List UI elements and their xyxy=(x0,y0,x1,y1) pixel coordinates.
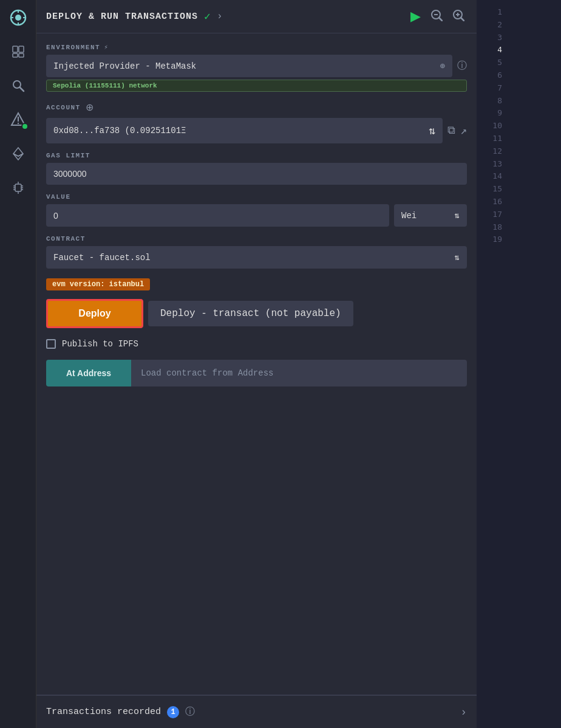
deploy-tooltip: Deploy - transact (not payable) xyxy=(148,301,353,326)
svg-rect-7 xyxy=(19,46,24,52)
svg-rect-9 xyxy=(19,53,24,57)
sidebar-icon-files[interactable] xyxy=(7,40,30,63)
gas-limit-input[interactable] xyxy=(46,163,467,185)
svg-point-1 xyxy=(15,15,21,21)
header-check-icon: ✓ xyxy=(204,10,211,23)
account-field[interactable]: 0xd08...fa738 (0.09251101Ξ ⇅ xyxy=(46,118,443,143)
line-number-11: 11 xyxy=(492,132,502,145)
environment-info-icon[interactable]: ⓘ xyxy=(457,60,467,72)
value-row: Wei ⇅ xyxy=(46,204,467,227)
contract-section: CONTRACT Faucet - faucet.sol ⇅ xyxy=(46,235,467,269)
zoom-in-button[interactable] xyxy=(450,7,467,27)
line-number-10: 10 xyxy=(492,120,502,132)
deploy-badge xyxy=(21,123,29,130)
environment-label: ENVIRONMENT ⚡ xyxy=(46,43,467,51)
account-value: 0xd08...fa738 (0.09251101Ξ xyxy=(53,126,186,136)
load-contract-field[interactable]: Load contract from Address xyxy=(131,360,467,386)
line-number-16: 16 xyxy=(492,196,502,208)
play-button[interactable]: ▶ xyxy=(408,6,423,27)
publish-row: Publish to IPFS xyxy=(46,339,467,349)
copy-account-icon[interactable]: ⧉ xyxy=(447,125,455,137)
line-numbers: 12345678910111213141516171819 xyxy=(477,0,507,728)
unit-value: Wei xyxy=(401,211,416,221)
svg-rect-8 xyxy=(13,53,18,57)
value-input[interactable] xyxy=(46,204,389,227)
zoom-out-button[interactable] xyxy=(428,7,445,27)
environment-value: Injected Provider - MetaMask xyxy=(53,61,196,71)
account-row: 0xd08...fa738 (0.09251101Ξ ⇅ ⧉ ↗ xyxy=(46,118,467,143)
unit-arrow-icon: ⇅ xyxy=(455,210,460,221)
svg-line-11 xyxy=(20,88,24,91)
line-number-14: 14 xyxy=(492,170,502,183)
line-number-15: 15 xyxy=(492,183,502,196)
value-text: VALUE xyxy=(46,193,71,201)
line-number-12: 12 xyxy=(492,145,502,158)
line-number-3: 3 xyxy=(497,32,502,44)
evm-badge-container: evm version: istanbul xyxy=(46,277,467,290)
transactions-row[interactable]: Transactions recorded 1 ⓘ › xyxy=(36,695,477,728)
svg-rect-17 xyxy=(15,184,21,191)
line-number-17: 17 xyxy=(492,208,502,221)
account-label: ACCOUNT ⊕ xyxy=(46,100,467,114)
evm-badge: evm version: istanbul xyxy=(46,278,150,290)
account-arrow-icon: ⇅ xyxy=(429,124,435,137)
tx-count-badge: 1 xyxy=(167,706,179,718)
line-number-5: 5 xyxy=(497,57,502,69)
contract-value: Faucet - faucet.sol xyxy=(53,253,151,263)
external-link-icon[interactable]: ↗ xyxy=(460,124,467,137)
line-number-1: 1 xyxy=(497,6,502,19)
sidebar-icon-search[interactable] xyxy=(7,74,30,97)
svg-line-28 xyxy=(439,18,442,21)
environment-section: ENVIRONMENT ⚡ Injected Provider - MetaMa… xyxy=(46,43,467,92)
publish-label: Publish to IPFS xyxy=(62,339,138,349)
line-number-2: 2 xyxy=(497,19,502,32)
account-section: ACCOUNT ⊕ 0xd08...fa738 (0.09251101Ξ ⇅ ⧉… xyxy=(46,100,467,143)
svg-line-32 xyxy=(461,18,464,21)
svg-marker-16 xyxy=(13,154,23,160)
contract-label: CONTRACT xyxy=(46,235,467,242)
line-number-8: 8 xyxy=(497,95,502,108)
deploy-button[interactable]: Deploy xyxy=(46,299,143,328)
value-label: VALUE xyxy=(46,193,467,201)
tx-arrow-icon: › xyxy=(460,706,467,718)
publish-checkbox[interactable] xyxy=(46,339,56,349)
line-number-9: 9 xyxy=(497,107,502,120)
plug-icon: ⚡ xyxy=(104,43,109,51)
environment-field-row: Injected Provider - MetaMask ⊕ ⓘ xyxy=(46,55,467,77)
scrollbar-area[interactable] xyxy=(507,0,515,728)
header-actions: ▶ xyxy=(408,6,467,27)
header-title: DEPLOY & RUN TRANSACTIONS xyxy=(46,12,198,22)
at-address-row: At Address Load contract from Address xyxy=(46,360,467,386)
environment-text: ENVIRONMENT xyxy=(46,44,100,51)
line-number-4: 4 xyxy=(497,44,502,57)
deploy-row: Deploy Deploy - transact (not payable) xyxy=(46,299,467,328)
environment-arrow-icon: ⊕ xyxy=(440,61,445,71)
gas-limit-label: GAS LIMIT xyxy=(46,152,467,159)
at-address-button[interactable]: At Address xyxy=(46,360,131,386)
sidebar-icon-deploy[interactable] xyxy=(7,108,30,131)
content-area: ENVIRONMENT ⚡ Injected Provider - MetaMa… xyxy=(36,33,477,695)
tx-info-icon[interactable]: ⓘ xyxy=(185,706,195,718)
contract-text: CONTRACT xyxy=(46,235,86,242)
line-number-18: 18 xyxy=(492,221,502,234)
add-account-button[interactable]: ⊕ xyxy=(84,100,95,114)
sidebar-icon-debug[interactable] xyxy=(7,176,30,199)
header: DEPLOY & RUN TRANSACTIONS ✓ › ▶ xyxy=(36,0,477,33)
contract-arrow-icon: ⇅ xyxy=(455,252,460,263)
value-section: VALUE Wei ⇅ xyxy=(46,193,467,227)
sidebar xyxy=(0,0,36,728)
gas-limit-text: GAS LIMIT xyxy=(46,152,90,159)
transactions-label: Transactions recorded xyxy=(46,707,161,717)
sidebar-icon-eth[interactable] xyxy=(7,142,30,165)
environment-select[interactable]: Injected Provider - MetaMask ⊕ xyxy=(46,55,452,77)
sidebar-icon-home[interactable] xyxy=(7,6,30,29)
gas-limit-section: GAS LIMIT xyxy=(46,152,467,185)
unit-select[interactable]: Wei ⇅ xyxy=(394,204,467,227)
svg-rect-6 xyxy=(13,46,18,52)
line-number-13: 13 xyxy=(492,158,502,171)
line-number-7: 7 xyxy=(497,82,502,95)
svg-point-14 xyxy=(17,123,18,124)
main-panel: DEPLOY & RUN TRANSACTIONS ✓ › ▶ xyxy=(36,0,477,728)
account-text: ACCOUNT xyxy=(46,104,81,111)
contract-select[interactable]: Faucet - faucet.sol ⇅ xyxy=(46,246,467,269)
